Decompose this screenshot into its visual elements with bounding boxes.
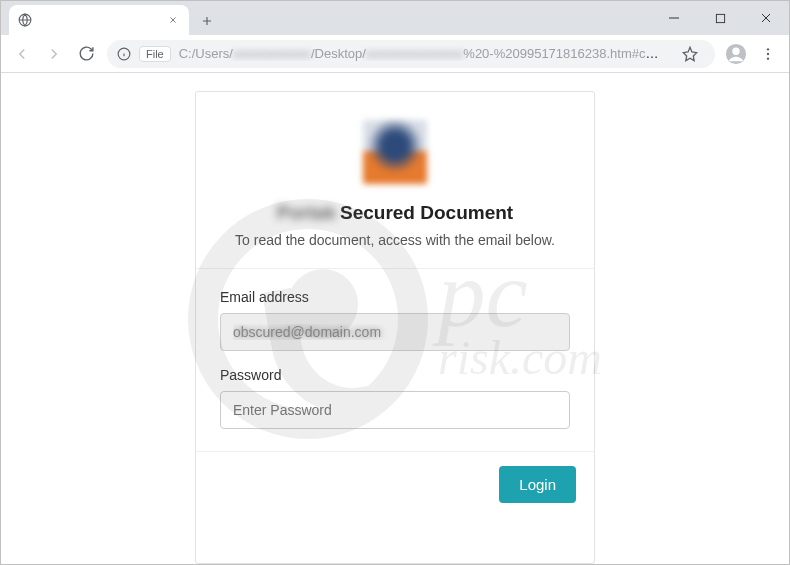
- browser-window: File C:/Users/xxxxxxxxxxxx/Desktop/xxxxx…: [0, 0, 790, 565]
- brand-logo-icon: [363, 120, 427, 184]
- email-field[interactable]: [220, 313, 570, 351]
- card-footer: Login: [196, 452, 594, 517]
- maximize-button[interactable]: [697, 3, 743, 33]
- reload-button[interactable]: [71, 39, 101, 69]
- file-chip: File: [139, 46, 171, 62]
- svg-point-7: [767, 57, 769, 59]
- card-header: PortakSecured Document To read the docum…: [196, 92, 594, 269]
- card-subtitle: To read the document, access with the em…: [220, 232, 570, 248]
- address-bar[interactable]: File C:/Users/xxxxxxxxxxxx/Desktop/xxxxx…: [107, 40, 715, 68]
- password-field[interactable]: [220, 391, 570, 429]
- page-viewport: pc risk.com PortakSecured Document To re…: [1, 73, 789, 564]
- password-label: Password: [220, 367, 570, 383]
- navigation-bar: File C:/Users/xxxxxxxxxxxx/Desktop/xxxxx…: [1, 35, 789, 73]
- svg-rect-1: [716, 14, 724, 22]
- url-text: C:/Users/xxxxxxxxxxxx/Desktop/xxxxxxxxxx…: [179, 46, 667, 61]
- forward-button[interactable]: [39, 39, 69, 69]
- svg-point-5: [767, 48, 769, 50]
- login-card: PortakSecured Document To read the docum…: [195, 91, 595, 564]
- window-controls: [651, 1, 789, 35]
- card-body: Email address Password: [196, 269, 594, 452]
- profile-avatar-icon[interactable]: [721, 39, 751, 69]
- info-icon[interactable]: [117, 47, 131, 61]
- kebab-menu-icon[interactable]: [753, 39, 783, 69]
- svg-point-6: [767, 52, 769, 54]
- minimize-button[interactable]: [651, 3, 697, 33]
- new-tab-button[interactable]: [193, 7, 221, 35]
- close-tab-icon[interactable]: [165, 12, 181, 28]
- close-window-button[interactable]: [743, 3, 789, 33]
- svg-point-4: [732, 47, 739, 54]
- bookmark-star-icon[interactable]: [675, 40, 705, 68]
- browser-tab-active[interactable]: [9, 5, 189, 35]
- globe-icon: [17, 12, 33, 28]
- back-button[interactable]: [7, 39, 37, 69]
- card-title: PortakSecured Document: [220, 202, 570, 224]
- email-label: Email address: [220, 289, 570, 305]
- tab-strip: [1, 1, 789, 35]
- login-button[interactable]: Login: [499, 466, 576, 503]
